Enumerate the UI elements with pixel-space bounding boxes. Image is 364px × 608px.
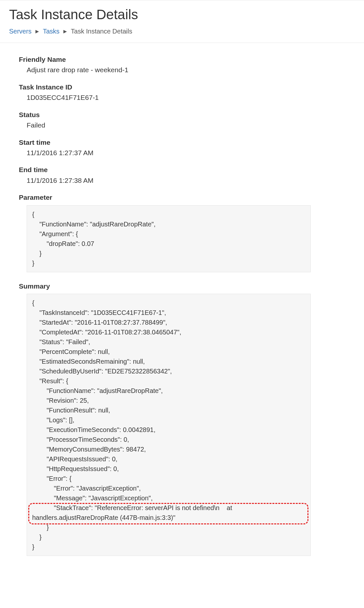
- field-list: Friendly Name Adjust rare drop rate - we…: [19, 55, 318, 185]
- chevron-right-icon: ▶: [35, 28, 39, 34]
- friendly-name-label: Friendly Name: [19, 55, 318, 64]
- content-region: Friendly Name Adjust rare drop rate - we…: [0, 43, 318, 578]
- start-time-label: Start time: [19, 138, 318, 147]
- task-instance-id-value: 1D035ECC41F71E67-1: [27, 93, 318, 102]
- page-title: Task Instance Details: [9, 5, 364, 25]
- summary-label: Summary: [19, 281, 318, 291]
- end-time-value: 11/1/2016 1:27:38 AM: [27, 176, 318, 185]
- chevron-right-icon: ▶: [63, 28, 67, 34]
- breadcrumb-link-servers[interactable]: Servers: [9, 27, 32, 36]
- status-label: Status: [19, 110, 318, 120]
- status-value: Failed: [27, 120, 318, 130]
- end-time-label: End time: [19, 165, 318, 175]
- parameter-code: { "FunctionName": "adjustRareDropRate", …: [27, 205, 311, 272]
- breadcrumb-current: Task Instance Details: [71, 27, 132, 36]
- summary-code: { "TaskInstanceId": "1D035ECC41F71E67-1"…: [27, 294, 311, 556]
- breadcrumb: Servers ▶ Tasks ▶ Task Instance Details: [9, 27, 364, 36]
- parameter-label: Parameter: [19, 193, 318, 202]
- friendly-name-value: Adjust rare drop rate - weekend-1: [27, 65, 318, 75]
- breadcrumb-link-tasks[interactable]: Tasks: [43, 27, 59, 36]
- page-header: Task Instance Details Servers ▶ Tasks ▶ …: [0, 0, 364, 43]
- task-instance-id-label: Task Instance ID: [19, 82, 318, 92]
- start-time-value: 11/1/2016 1:27:37 AM: [27, 148, 318, 158]
